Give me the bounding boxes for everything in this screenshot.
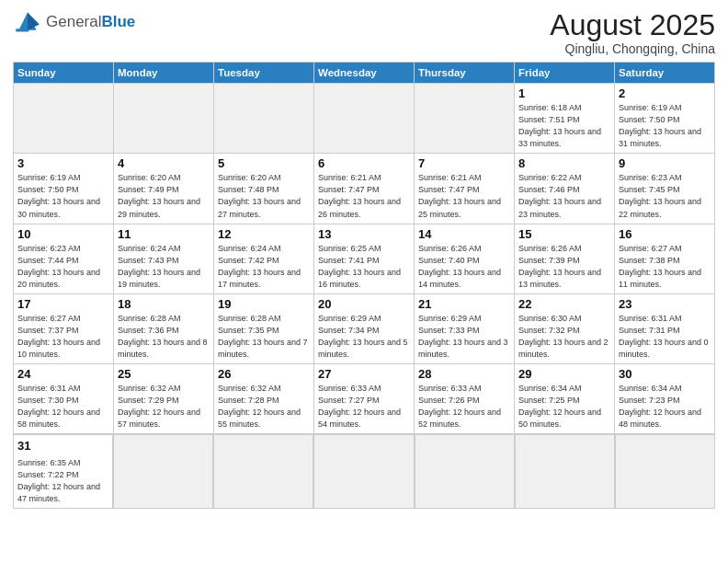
day-number: 18 [118,297,210,311]
day-info: Sunrise: 6:31 AM Sunset: 7:31 PM Dayligh… [619,313,711,361]
day-number: 26 [218,367,310,381]
day-number: 28 [418,367,510,381]
day-cell-3-5: 22Sunrise: 6:30 AM Sunset: 7:32 PM Dayli… [515,293,615,363]
week-row-4: 24Sunrise: 6:31 AM Sunset: 7:30 PM Dayli… [14,363,715,433]
logo: GeneralBlue [13,9,135,35]
day-number: 7 [418,156,510,170]
day-number: 11 [118,227,210,241]
last-row-cell-3 [313,434,414,509]
day-number: 30 [619,367,711,381]
day-number: 8 [518,156,610,170]
subtitle: Qingliu, Chongqing, China [550,41,715,56]
day-info: Sunrise: 6:20 AM Sunset: 7:49 PM Dayligh… [118,172,210,220]
day-cell-0-3 [314,84,415,154]
day-info: Sunrise: 6:29 AM Sunset: 7:33 PM Dayligh… [418,313,510,361]
day-number: 10 [17,227,109,241]
calendar: Sunday Monday Tuesday Wednesday Thursday… [13,62,715,434]
day-info: Sunrise: 6:26 AM Sunset: 7:39 PM Dayligh… [518,243,610,291]
day-number: 31 [17,438,108,455]
day-number: 29 [518,367,610,381]
day-cell-1-4: 7Sunrise: 6:21 AM Sunset: 7:47 PM Daylig… [415,154,515,224]
day-cell-0-1 [114,84,214,154]
day-info: Sunrise: 6:30 AM Sunset: 7:32 PM Dayligh… [518,313,610,361]
day-cell-4-6: 30Sunrise: 6:34 AM Sunset: 7:23 PM Dayli… [615,363,715,433]
day-info: Sunrise: 6:18 AM Sunset: 7:51 PM Dayligh… [518,102,610,150]
day-number: 16 [619,227,711,241]
last-row-cell-2 [213,434,313,509]
day-info: Sunrise: 6:25 AM Sunset: 7:41 PM Dayligh… [318,243,410,291]
day-cell-4-1: 25Sunrise: 6:32 AM Sunset: 7:29 PM Dayli… [114,363,214,433]
day-cell-2-3: 13Sunrise: 6:25 AM Sunset: 7:41 PM Dayli… [314,224,415,293]
day-info: Sunrise: 6:28 AM Sunset: 7:35 PM Dayligh… [218,313,310,361]
day-cell-2-1: 11Sunrise: 6:24 AM Sunset: 7:43 PM Dayli… [114,224,214,293]
day-cell-4-2: 26Sunrise: 6:32 AM Sunset: 7:28 PM Dayli… [214,363,314,433]
day-number: 4 [118,156,210,170]
last-row-cell-6 [615,434,715,509]
day-cell-1-0: 3Sunrise: 6:19 AM Sunset: 7:50 PM Daylig… [14,154,114,224]
day-cell-1-3: 6Sunrise: 6:21 AM Sunset: 7:47 PM Daylig… [314,154,415,224]
week-row-0: 1Sunrise: 6:18 AM Sunset: 7:51 PM Daylig… [14,84,715,154]
day-info: Sunrise: 6:28 AM Sunset: 7:36 PM Dayligh… [118,313,210,361]
day-info: Sunrise: 6:22 AM Sunset: 7:46 PM Dayligh… [518,172,610,220]
day-info: Sunrise: 6:31 AM Sunset: 7:30 PM Dayligh… [17,383,109,431]
day-number: 23 [619,297,711,311]
week-row-2: 10Sunrise: 6:23 AM Sunset: 7:44 PM Dayli… [14,224,715,293]
header-thursday: Thursday [415,63,515,84]
day-number: 25 [118,367,210,381]
day-info: Sunrise: 6:21 AM Sunset: 7:47 PM Dayligh… [418,172,510,220]
day-cell-0-2 [214,84,314,154]
header-friday: Friday [515,63,615,84]
last-row-cell-0: 31Sunrise: 6:35 AM Sunset: 7:22 PM Dayli… [13,434,113,509]
day-number: 14 [418,227,510,241]
day-info: Sunrise: 6:23 AM Sunset: 7:45 PM Dayligh… [619,172,711,220]
last-row-cell-4 [415,434,515,509]
header-saturday: Saturday [615,63,715,84]
header: GeneralBlue August 2025 Qingliu, Chongqi… [13,9,715,56]
day-info: Sunrise: 6:34 AM Sunset: 7:23 PM Dayligh… [619,383,711,431]
day-cell-0-0 [14,84,114,154]
day-number: 24 [17,367,109,381]
day-info: Sunrise: 6:19 AM Sunset: 7:50 PM Dayligh… [619,102,711,150]
day-number: 6 [318,156,410,170]
day-number: 1 [518,86,610,100]
day-number: 2 [619,86,711,100]
day-info: Sunrise: 6:27 AM Sunset: 7:38 PM Dayligh… [619,243,711,291]
title-area: August 2025 Qingliu, Chongqing, China [550,9,715,56]
day-cell-3-6: 23Sunrise: 6:31 AM Sunset: 7:31 PM Dayli… [615,293,715,363]
header-monday: Monday [114,63,214,84]
day-cell-2-6: 16Sunrise: 6:27 AM Sunset: 7:38 PM Dayli… [615,224,715,293]
weekday-header-row: Sunday Monday Tuesday Wednesday Thursday… [14,63,715,84]
day-info: Sunrise: 6:24 AM Sunset: 7:43 PM Dayligh… [118,243,210,291]
day-cell-3-0: 17Sunrise: 6:27 AM Sunset: 7:37 PM Dayli… [14,293,114,363]
day-info: Sunrise: 6:34 AM Sunset: 7:25 PM Dayligh… [518,383,610,431]
logo-blue: Blue [101,13,135,30]
day-number: 3 [17,156,109,170]
day-info: Sunrise: 6:33 AM Sunset: 7:26 PM Dayligh… [418,383,510,431]
day-number: 15 [518,227,610,241]
header-sunday: Sunday [14,63,114,84]
day-cell-0-4 [415,84,515,154]
month-title: August 2025 [550,9,715,41]
day-info: Sunrise: 6:19 AM Sunset: 7:50 PM Dayligh… [17,172,109,220]
day-number: 19 [218,297,310,311]
week-row-1: 3Sunrise: 6:19 AM Sunset: 7:50 PM Daylig… [14,154,715,224]
day-info: Sunrise: 6:27 AM Sunset: 7:37 PM Dayligh… [17,313,109,361]
day-cell-3-3: 20Sunrise: 6:29 AM Sunset: 7:34 PM Dayli… [314,293,415,363]
day-number: 21 [418,297,510,311]
day-info: Sunrise: 6:21 AM Sunset: 7:47 PM Dayligh… [318,172,410,220]
day-info: Sunrise: 6:23 AM Sunset: 7:44 PM Dayligh… [17,243,109,291]
day-info: Sunrise: 6:26 AM Sunset: 7:40 PM Dayligh… [418,243,510,291]
day-number: 5 [218,156,310,170]
day-number: 27 [318,367,410,381]
day-cell-4-0: 24Sunrise: 6:31 AM Sunset: 7:30 PM Dayli… [14,363,114,433]
day-cell-3-1: 18Sunrise: 6:28 AM Sunset: 7:36 PM Dayli… [114,293,214,363]
day-cell-4-3: 27Sunrise: 6:33 AM Sunset: 7:27 PM Dayli… [314,363,415,433]
day-number: 20 [318,297,410,311]
day-cell-0-5: 1Sunrise: 6:18 AM Sunset: 7:51 PM Daylig… [515,84,615,154]
day-number: 22 [518,297,610,311]
day-cell-1-6: 9Sunrise: 6:23 AM Sunset: 7:45 PM Daylig… [615,154,715,224]
header-wednesday: Wednesday [314,63,415,84]
svg-rect-2 [16,29,28,31]
day-number: 9 [619,156,711,170]
day-cell-4-5: 29Sunrise: 6:34 AM Sunset: 7:25 PM Dayli… [515,363,615,433]
